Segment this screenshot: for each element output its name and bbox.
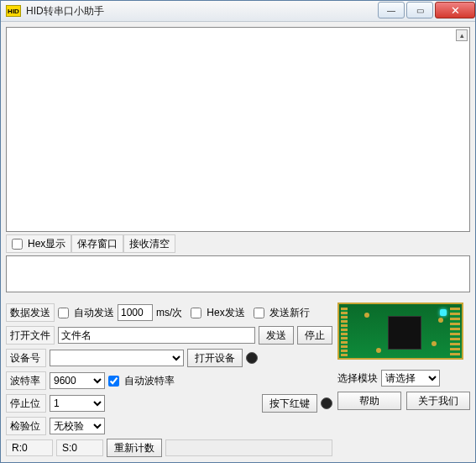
right-buttons: 帮助 关于我们 [337,392,470,410]
about-button[interactable]: 关于我们 [406,392,470,410]
stop-row: 停止位 1 按下红键 [6,393,332,413]
hex-display-cell: Hex显示 [6,234,71,253]
device-num-label: 设备号 [6,349,46,367]
status-bar [165,439,332,456]
press-red-button[interactable]: 按下红键 [262,394,317,413]
window-title: HID转串口小助手 [26,4,378,18]
module-select-row: 选择模块 请选择 [337,368,470,388]
help-button[interactable]: 帮助 [337,392,401,410]
baud-row: 波特率 9600 自动波特率 [6,371,332,391]
stop-button[interactable]: 停止 [297,326,332,345]
hex-display-label: Hex显示 [28,237,65,251]
device-row: 设备号 打开设备 [6,348,332,368]
data-send-label: 数据发送 [6,303,55,322]
bottom-panel: 数据发送 自动发送 ms/次 Hex发送 发送新行 打开文件 发送 停止 [6,303,470,457]
baud-select[interactable]: 9600 [50,372,105,389]
open-device-button[interactable]: 打开设备 [187,349,243,367]
left-column: 数据发送 自动发送 ms/次 Hex发送 发送新行 打开文件 发送 停止 [6,303,332,457]
minimize-button[interactable]: — [378,2,405,18]
hex-send-label: Hex发送 [207,306,244,320]
send-textarea[interactable] [6,255,470,292]
titlebar: HID HID转串口小助手 — ▭ ✕ [1,1,475,22]
window-controls: — ▭ ✕ [378,2,475,20]
baud-label: 波特率 [6,371,46,390]
client-area: ▴ Hex显示 保存窗口 接收清空 数据发送 [1,22,475,462]
right-column: 选择模块 请选择 帮助 关于我们 [337,303,470,457]
red-key-indicator [321,397,332,409]
open-file-label[interactable]: 打开文件 [6,326,55,345]
clear-receive-label: 接收清空 [129,237,170,251]
receive-textarea[interactable]: ▴ [6,27,470,232]
tx-count: S:0 [56,439,103,456]
interval-input[interactable] [118,304,153,321]
rx-count: R:0 [6,439,53,456]
send-button[interactable]: 发送 [259,326,294,345]
auto-baud-label: 自动波特率 [124,374,175,388]
status-row: R:0 S:0 重新计数 [6,439,332,457]
auto-send-label: 自动发送 [74,306,114,320]
parity-select[interactable]: 无校验 [50,418,105,434]
send-newline-checkbox[interactable] [254,308,264,318]
parity-label: 检验位 [6,417,46,435]
app-window: HID HID转串口小助手 — ▭ ✕ ▴ Hex显示 保存窗口 接收清空 [0,0,476,463]
close-button[interactable]: ✕ [435,2,475,18]
hex-display-checkbox[interactable] [12,239,23,250]
parity-row: 检验位 无校验 [6,416,332,436]
open-file-row: 打开文件 发送 停止 [6,325,332,345]
auto-send-checkbox[interactable] [58,308,69,318]
device-select[interactable] [50,350,184,366]
maximize-button[interactable]: ▭ [406,2,433,18]
device-status-indicator [246,352,258,364]
app-icon: HID [6,5,21,17]
module-image [337,303,463,360]
module-select[interactable]: 请选择 [381,370,440,387]
save-window-label: 保存窗口 [77,237,118,251]
hex-send-checkbox[interactable] [191,308,201,318]
data-send-row: 数据发送 自动发送 ms/次 Hex发送 发送新行 [6,303,332,323]
stop-select[interactable]: 1 [50,395,105,412]
scroll-up-icon[interactable]: ▴ [456,29,468,41]
send-newline-label: 发送新行 [269,306,310,320]
save-window-button[interactable]: 保存窗口 [71,234,123,253]
auto-baud-checkbox[interactable] [108,376,119,387]
interval-unit-label: ms/次 [156,306,182,320]
stop-label: 停止位 [6,394,46,413]
reset-count-button[interactable]: 重新计数 [107,439,162,457]
module-select-label: 选择模块 [337,371,378,386]
clear-receive-button[interactable]: 接收清空 [123,234,175,253]
file-name-input[interactable] [58,327,255,344]
receive-toolbar: Hex显示 保存窗口 接收清空 [6,234,470,253]
